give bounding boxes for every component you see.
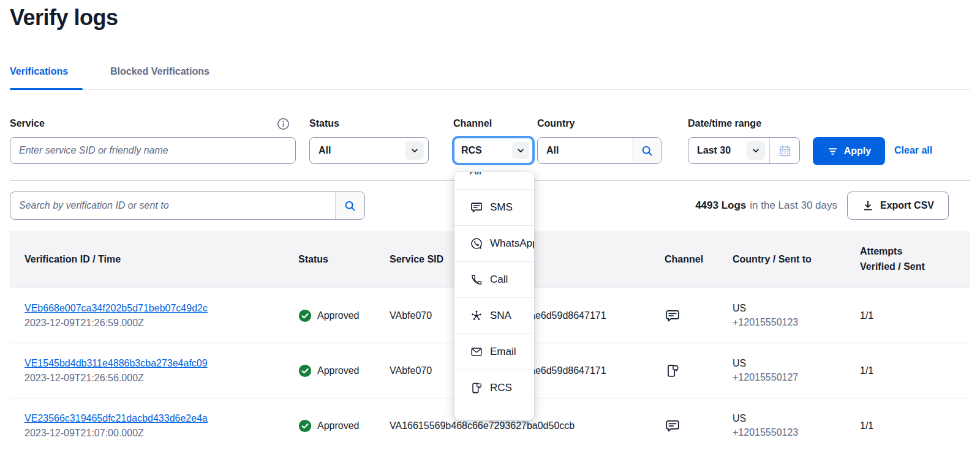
verification-cell: VE1545bd4db311e4886b3cba273e4afc09 2023-… <box>10 358 284 384</box>
apply-button-label: Apply <box>844 146 871 157</box>
country-filter-label: Country <box>537 118 575 129</box>
attempts-cell: 1/1 <box>845 365 970 376</box>
service-input[interactable] <box>10 137 296 164</box>
country-cell: US +12015550127 <box>718 358 845 383</box>
verification-id-link[interactable]: VE1545bd4db311e4886b3cba273e4afc09 <box>24 358 208 368</box>
date-range-select[interactable]: Last 30 <box>688 137 800 164</box>
status-label: Approved <box>317 365 360 376</box>
verification-search-box <box>10 192 365 220</box>
verification-time: 2023-12-09T21:26:56.000Z <box>24 373 284 384</box>
info-icon[interactable] <box>277 117 290 130</box>
sms-icon <box>470 201 483 214</box>
sms-icon <box>665 418 680 434</box>
header-attempts: Attempts Verified / Sent <box>845 244 970 275</box>
country-code: US <box>733 358 845 369</box>
country-search-button[interactable] <box>633 138 661 163</box>
apply-button[interactable]: Apply <box>813 137 885 165</box>
tab-verifications[interactable]: Verifications <box>10 66 68 77</box>
logs-count: 4493 Logs <box>695 199 746 212</box>
sent-to-number: +12015550127 <box>733 372 845 383</box>
search-button[interactable] <box>335 192 364 219</box>
filter-icon <box>827 146 839 157</box>
sent-to-number: +12015550123 <box>733 317 845 328</box>
channel-option-email[interactable]: Email <box>454 334 534 370</box>
rcs-icon <box>665 363 680 379</box>
status-filter-label: Status <box>309 118 339 129</box>
logs-period: in the Last 30 days <box>750 199 837 212</box>
verification-time: 2023-12-09T21:26:59.000Z <box>24 318 284 329</box>
attempts-cell: 1/1 <box>845 420 970 431</box>
verification-cell: VEb668e007ca34f202b5d71beb07c49d2c 2023-… <box>10 303 284 329</box>
tab-blocked-verifications[interactable]: Blocked Verifications <box>110 66 209 77</box>
check-circle-icon <box>298 309 312 322</box>
service-sid-end: ae6d59d8647171 <box>530 365 606 376</box>
date-range-filter-label: Date/time range <box>688 118 761 129</box>
country-cell: US +12015550123 <box>718 413 845 438</box>
service-filter-label: Service <box>10 118 45 129</box>
verification-cell: VE23566c319465dfc21dacbd433d6e2e4a 2023-… <box>10 413 284 439</box>
status-cell: Approved <box>284 309 375 322</box>
check-circle-icon <box>298 364 312 378</box>
chevron-down-icon <box>512 142 529 159</box>
country-code: US <box>733 413 845 424</box>
chevron-down-icon <box>747 141 765 160</box>
whatsapp-icon <box>470 237 483 250</box>
verification-search-input[interactable] <box>10 192 335 219</box>
channel-option-sms[interactable]: SMS <box>454 189 534 225</box>
channel-option-rcs[interactable]: RCS <box>454 370 534 406</box>
service-sid-start: VAbfe070 <box>390 365 432 376</box>
download-icon <box>862 199 874 212</box>
logs-summary: 4493 Logs in the Last 30 days <box>695 192 837 220</box>
sent-to-number: +12015550123 <box>733 427 845 438</box>
export-csv-label: Export CSV <box>880 200 934 211</box>
email-icon <box>470 345 483 359</box>
sms-icon <box>665 308 680 324</box>
channel-option-all[interactable]: All <box>454 172 534 189</box>
country-cell: US +12015550123 <box>718 303 845 328</box>
country-select[interactable]: All <box>537 137 662 164</box>
rcs-icon <box>470 381 483 395</box>
status-select-value: All <box>310 145 405 156</box>
calendar-button[interactable] <box>769 138 799 163</box>
channel-cell <box>650 418 718 434</box>
channel-dropdown-menu: All SMS WhatsApp Call SNA Email RCS <box>454 172 534 420</box>
verification-time: 2023-12-09T21:07:00.000Z <box>24 428 284 439</box>
service-sid-start: VAbfe070 <box>390 310 432 321</box>
verification-id-link[interactable]: VEb668e007ca34f202b5d71beb07c49d2c <box>24 303 208 313</box>
verification-id-link[interactable]: VE23566c319465dfc21dacbd433d6e2e4a <box>24 413 208 423</box>
attempts-cell: 1/1 <box>845 310 970 321</box>
page-title: Verify logs <box>10 5 118 31</box>
export-csv-button[interactable]: Export CSV <box>847 192 949 220</box>
channel-cell <box>650 308 718 324</box>
channel-option-whatsapp[interactable]: WhatsApp <box>454 225 534 261</box>
country-code: US <box>733 303 845 314</box>
tabs-divider <box>10 89 970 90</box>
status-select[interactable]: All <box>309 137 429 164</box>
channel-option-call[interactable]: Call <box>454 261 534 297</box>
status-cell: Approved <box>284 364 375 378</box>
service-sid-cell: VA16615569b468c66e7293627ba0d50ccb <box>375 420 650 431</box>
channel-select[interactable]: RCS <box>452 136 535 165</box>
search-icon <box>344 199 356 212</box>
check-circle-icon <box>298 419 312 433</box>
sna-icon <box>470 309 483 322</box>
channel-cell <box>650 363 718 379</box>
clear-all-link[interactable]: Clear all <box>894 145 932 156</box>
verify-logs-page: Verify logs Verifications Blocked Verifi… <box>0 0 980 451</box>
service-sid-end: ae6d59d8647171 <box>530 310 606 321</box>
chevron-down-icon <box>405 141 424 160</box>
channel-option-sna[interactable]: SNA <box>454 297 534 334</box>
header-status: Status <box>284 254 375 265</box>
country-select-value: All <box>538 145 633 156</box>
status-label: Approved <box>317 420 360 431</box>
date-range-value: Last 30 <box>688 145 747 156</box>
header-country-sent-to: Country / Sent to <box>718 254 845 265</box>
calendar-icon <box>778 144 792 158</box>
active-tab-underline <box>10 88 83 90</box>
header-verification-id: Verification ID / Time <box>10 254 284 265</box>
channel-filter-label: Channel <box>453 118 492 129</box>
search-icon <box>641 144 654 157</box>
channel-select-value: RCS <box>454 145 512 156</box>
call-icon <box>470 273 483 286</box>
status-cell: Approved <box>284 419 375 433</box>
